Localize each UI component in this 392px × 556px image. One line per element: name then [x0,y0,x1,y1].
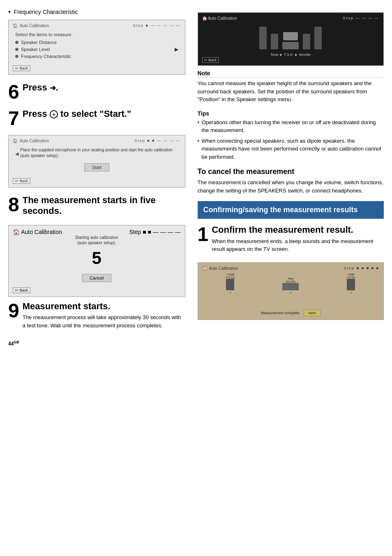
return-label-dark: Back [208,58,217,62]
step6-text-after: . [56,82,58,93]
page-number: 44GB [8,340,185,347]
step9-number: 9 [8,301,19,321]
tips-heading: Tips [198,110,384,117]
measurement-complete-label: Measurement complete. [261,311,301,315]
speaker-center [282,42,299,49]
right-screen1-step-bar: Step — — — — [343,16,379,20]
left-column: Frequency Characteristic 🏠 Auto Calibrat… [8,8,194,548]
confirm-step1-content: Confirm the measurement result. When the… [212,225,384,255]
result-spk-c-label: 7test dm:15s [282,277,299,283]
return-label: Back [20,66,28,70]
screen3-step-bar: Step ■ ■ — — — — [129,229,180,235]
step6-row: 6 Press ➜. [8,82,185,102]
screen3: 🏠 Auto Calibration Step ■ ■ — — — — Star… [8,225,185,297]
return-icon: ↩ [15,66,18,70]
result-screen: 🏠 Auto Calibration Step ■ ■ ■ ■ ■ +15dB … [198,262,384,320]
screen1-item-1: Speaker Distance [15,39,178,46]
step8-row: 8 The measurement starts in five seconds… [8,195,185,218]
cancel-button[interactable]: Cancel [82,274,111,282]
step6-symbol: ➜ [50,84,56,93]
cancel-section: To cancel the measurement The measuremen… [198,167,384,195]
step7-row: 7 Press + to select "Start." [8,109,185,128]
item-label: Speaker Level [21,47,50,52]
result-speakers: +15dB (+5.1s) ✔ 7test dm:15s ✔ +5dB (+5.… [202,271,379,297]
step8-number: 8 [8,195,19,215]
step7-text-after: to select "Start." [58,109,131,119]
result-step-bar: Step ■ ■ ■ ■ ■ [344,266,379,270]
arrow-right-icon: ▶ [175,46,178,52]
screen2-instruction: Place the supplied microphone in your se… [20,147,178,159]
item-label: Speaker Distance [21,40,57,45]
result-speaker-l: +15dB (+5.1s) ✔ [226,273,235,295]
speaker-stage [202,22,379,51]
result-speaker-c: 7test dm:15s ✔ [282,277,299,295]
step7-content: Press + to select "Start." [23,109,185,121]
note-section: Note You cannot measure the speaker heig… [198,70,384,104]
page: Frequency Characteristic 🏠 Auto Calibrat… [0,0,392,556]
screen2-button-container: Start [15,161,178,174]
step8-heading: The measurement starts in five seconds. [23,195,185,217]
next-button[interactable]: Next [304,310,321,316]
return-label3: Back [20,288,28,292]
speaker-icon-c [282,283,299,290]
result-spk-l-label: +15dB (+5.1s) [226,273,235,279]
bullet-text: Frequency Characteristic [14,9,78,15]
right-screen1-return[interactable]: ↩ Back [202,57,219,63]
return-key[interactable]: ↩ Back [13,65,30,71]
screen1-step-bar: Step ■ — — — — — [133,23,181,28]
return-icon2: ↩ [15,179,18,183]
confirming-heading: Confirming/saving the measurement result… [203,205,378,215]
screen1-select-label: Select the items to measure. [15,32,178,37]
speaker-right-front [303,34,310,49]
right-column: 🏠 Auto Calibration Step — — — — Tone ► T… [194,8,384,548]
return-key2[interactable]: ↩ Back [13,178,30,184]
step7-text: Press [23,109,50,119]
screen3-content: Starting auto calibration (auto speaker … [13,235,181,285]
step9-heading: Measurement starts. [23,301,185,312]
step8-content: The measurement starts in five seconds. [23,195,185,218]
screen1-item-2: Speaker Level ▶ [15,46,178,53]
tip-item-1: Operations other than turning the receiv… [198,118,384,134]
start-button[interactable]: Start [84,163,109,171]
step6-number: 6 [8,82,19,102]
speaker-icon-l [226,279,234,290]
step9-body: The measurement process will take approx… [23,313,185,329]
screen1: 🏠 Auto Calibration Step ■ — — — — — Sele… [8,20,185,75]
result-speaker-r: +5dB (+5.5s) ✔ [346,273,355,295]
note-heading: Note [198,70,384,78]
result-bottom-bar: Measurement complete. Next [198,310,383,316]
item-label: Frequency Characteristic [21,54,71,59]
countdown-number: 5 [13,248,181,268]
step6-heading: Press ➜. [23,82,185,93]
confirm-step1-number: 1 [198,225,209,244]
cancel-heading: To cancel the measurement [198,167,384,176]
tip-item-2: When connecting special speakers, such a… [198,137,384,161]
step7-heading: Press + to select "Start." [23,109,185,119]
confirming-section: Confirming/saving the measurement result… [198,201,384,219]
screen3-line1: Starting auto calibration [13,235,181,240]
speaker-right-rear [314,27,322,49]
note-body: You cannot measure the speaker height of… [198,79,384,104]
return-key3[interactable]: ↩ Back [13,287,30,293]
tone-label: Tone ► T.S.P. ► Woofer [202,53,379,57]
confirm-step1-heading: Confirm the measurement result. [212,225,384,235]
frequency-characteristic-bullet: Frequency Characteristic [8,8,185,16]
screen2-content: ◀ Place the supplied microphone in your … [13,146,181,176]
screen1-content: Select the items to measure. Speaker Dis… [13,30,181,61]
step7-symbol: + [50,110,58,118]
right-screen1: 🏠 Auto Calibration Step — — — — Tone ► T… [198,12,384,66]
cancel-body: The measurement is cancelled when you ch… [198,178,384,195]
confirm-step1-row: 1 Confirm the measurement result. When t… [198,225,384,255]
step9-content: Measurement starts. The measurement proc… [23,301,185,332]
dot-icon [15,41,18,44]
step9-row: 9 Measurement starts. The measurement pr… [8,301,185,332]
speaker-icon-r [347,279,355,290]
screen1-item-3: Frequency Characteristic [15,53,178,60]
screen2-step-bar: Step ■ ■ — — — — [134,139,180,143]
return-label2: Back [20,179,28,183]
dot-icon [15,55,18,58]
confirm-step1-body: When the measurement ends, a beep sounds… [212,237,384,253]
screen3-title: 🏠 Auto Calibration Step ■ ■ — — — — [13,229,181,235]
return-icon3: ↩ [15,288,18,292]
speaker-left-rear [259,27,267,49]
